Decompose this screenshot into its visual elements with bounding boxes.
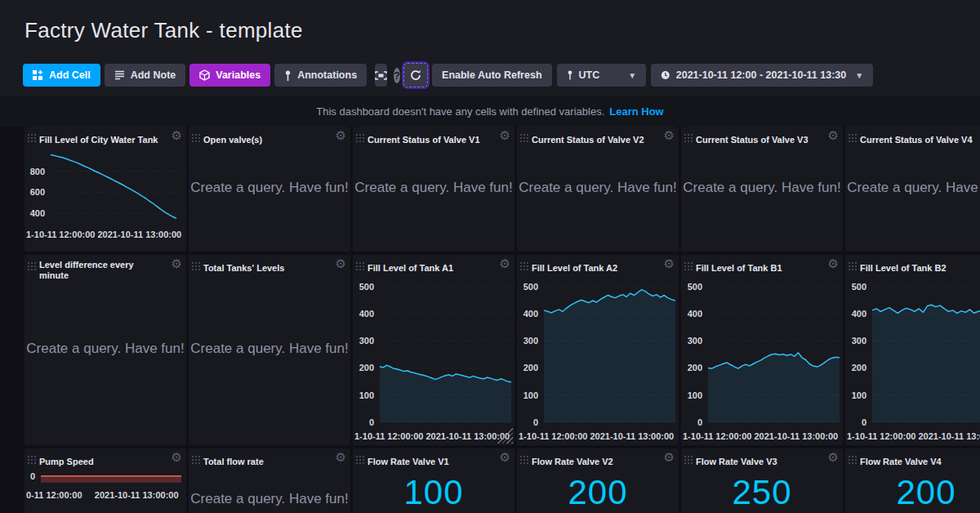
presentation-mode-button[interactable] — [375, 64, 387, 87]
gear-icon[interactable]: ⚙ — [172, 257, 182, 270]
empty-query-text: Create a query. Have fun! — [517, 180, 679, 196]
gear-icon[interactable]: ⚙ — [664, 129, 675, 141]
cell-title: Level difference every minute — [39, 260, 162, 281]
svg-text:0-11 12:00:00 2021-10-11 1: 0-11 12:00:00 2021-10-11 13:00:00 — [26, 490, 179, 500]
dashboard-grid: Fill Level of City Water Tank⚙ 800600400… — [24, 127, 980, 513]
drag-handle-icon[interactable] — [519, 261, 528, 270]
cell-title: Current Status of Valve V4 — [860, 135, 973, 145]
svg-text:100: 100 — [852, 390, 866, 400]
cell-title: Total Tanks' Levels — [203, 263, 284, 274]
add-cell-icon — [33, 70, 43, 81]
time-range-dropdown[interactable]: 2021-10-11 12:00 - 2021-10-11 13:30 ▼ — [651, 64, 873, 87]
svg-text:400: 400 — [852, 309, 866, 319]
note-icon — [114, 70, 125, 80]
gear-icon[interactable]: ⚙ — [172, 129, 182, 141]
pin-icon — [284, 70, 292, 81]
gear-icon[interactable]: ⚙ — [828, 257, 839, 270]
cell-total-tanks-levels: Total Tanks' Levels⚙ Create a query. Hav… — [189, 255, 350, 445]
cell-title: Current Status of Valve V2 — [532, 135, 644, 145]
stat-value: 200 — [517, 473, 679, 512]
svg-text:1-10-11 12:00:00 2021-10-11 13: 1-10-11 12:00:00 2021-10-11 13:00:00 — [26, 230, 181, 239]
svg-text:1-10-11 12:00:00 2021-10-11 13: 1-10-11 12:00:00 2021-10-11 13:00:00 — [519, 431, 674, 441]
cell-title: Flow Rate Valve V2 — [532, 457, 613, 467]
gear-icon[interactable]: ⚙ — [172, 451, 182, 463]
refresh-button[interactable] — [404, 64, 427, 87]
empty-query-text: Create a query. Have fun! — [189, 180, 350, 196]
drag-handle-icon[interactable] — [848, 261, 857, 270]
gear-icon[interactable]: ⚙ — [500, 451, 510, 463]
drag-handle-icon[interactable] — [355, 261, 364, 270]
cell-title: Flow Rate Valve V4 — [860, 457, 942, 467]
drag-handle-icon[interactable] — [684, 455, 693, 464]
timezone-dropdown[interactable]: UTC ▼ — [557, 64, 647, 87]
gear-icon[interactable]: ⚙ — [664, 451, 675, 463]
gear-icon[interactable]: ⚙ — [336, 257, 346, 270]
drag-handle-icon[interactable] — [191, 455, 200, 464]
svg-text:0: 0 — [30, 471, 35, 481]
svg-text:100: 100 — [359, 390, 374, 400]
help-label: ? — [394, 69, 400, 82]
add-cell-button[interactable]: Add Cell — [23, 64, 100, 87]
drag-handle-icon[interactable] — [355, 455, 364, 464]
drag-handle-icon[interactable] — [191, 133, 200, 142]
empty-query-text: Create a query. Have fun! — [353, 180, 514, 196]
gear-icon[interactable]: ⚙ — [828, 129, 839, 141]
svg-text:200: 200 — [852, 363, 866, 372]
svg-text:100: 100 — [688, 390, 702, 400]
svg-text:200: 200 — [688, 363, 702, 372]
svg-text:400: 400 — [688, 309, 702, 319]
drag-handle-icon[interactable] — [27, 455, 36, 464]
cell-fill-level-tank-b2: Fill Level of Tank B2⚙ 50040030020010001… — [845, 255, 980, 445]
svg-text:500: 500 — [852, 282, 866, 292]
annotations-button[interactable]: Annotations — [274, 64, 367, 87]
gear-icon[interactable]: ⚙ — [828, 451, 839, 463]
variables-button[interactable]: Variables — [189, 64, 270, 87]
gear-icon[interactable]: ⚙ — [336, 451, 346, 463]
svg-text:400: 400 — [523, 309, 538, 319]
svg-text:0: 0 — [369, 417, 374, 427]
gear-icon[interactable]: ⚙ — [336, 129, 346, 141]
annotations-label: Annotations — [297, 69, 357, 81]
help-button[interactable]: ? — [394, 68, 400, 83]
drag-handle-icon[interactable] — [684, 133, 693, 142]
area-chart: 50040030020010001-10-11 12:00:00 2021-10… — [353, 276, 514, 444]
drag-handle-icon[interactable] — [191, 261, 200, 270]
gear-icon[interactable]: ⚙ — [500, 129, 510, 141]
line-chart: 00-11 12:00:00 2021-10-11 13:00:00 — [24, 470, 186, 502]
variables-label: Variables — [216, 69, 261, 81]
cell-level-difference: Level difference every minute⚙ Create a … — [24, 255, 186, 445]
chevron-down-icon: ▼ — [628, 71, 636, 80]
drag-handle-icon[interactable] — [519, 455, 528, 464]
drag-handle-icon[interactable] — [355, 133, 364, 142]
drag-handle-icon[interactable] — [848, 133, 857, 142]
add-note-button[interactable]: Add Note — [105, 64, 186, 87]
cell-title: Open valve(s) — [203, 135, 262, 145]
area-chart: 50040030020010001-10-11 12:00:00 2021-10… — [845, 276, 980, 444]
drag-handle-icon[interactable] — [27, 261, 36, 270]
auto-refresh-label: Enable Auto Refresh — [442, 69, 541, 81]
svg-text:200: 200 — [359, 363, 374, 372]
drag-handle-icon[interactable] — [27, 133, 36, 142]
presentation-icon — [375, 71, 387, 80]
cell-current-status-valve-v2: Current Status of Valve V2⚙ Create a que… — [517, 127, 679, 252]
gear-icon[interactable]: ⚙ — [500, 257, 510, 270]
svg-text:1-10-11 12:00:00 2021-10-11 13: 1-10-11 12:00:00 2021-10-11 13:00:00 — [683, 431, 838, 441]
cell-title: Flow Rate Valve V1 — [368, 457, 449, 467]
svg-text:500: 500 — [688, 282, 702, 292]
learn-how-link[interactable]: Learn How — [609, 105, 663, 118]
drag-handle-icon[interactable] — [684, 261, 693, 270]
gear-icon[interactable]: ⚙ — [664, 257, 675, 270]
svg-text:800: 800 — [30, 167, 45, 176]
page-title: Factry Water Tank - template — [24, 18, 303, 43]
add-note-label: Add Note — [131, 69, 176, 81]
toolbar-right: Enable Auto Refresh UTC ▼ 2021-10-11 12:… — [404, 64, 980, 87]
auto-refresh-button[interactable]: Enable Auto Refresh — [432, 64, 551, 87]
svg-text:500: 500 — [523, 282, 538, 292]
svg-text:400: 400 — [30, 208, 45, 218]
drag-handle-icon[interactable] — [848, 455, 857, 464]
cell-flow-rate-valve-v3: Flow Rate Valve V3⚙ 250 — [681, 448, 843, 513]
area-chart: 50040030020010001-10-11 12:00:00 2021-10… — [681, 276, 843, 444]
cell-title: Total flow rate — [203, 457, 264, 467]
drag-handle-icon[interactable] — [519, 133, 528, 142]
svg-text:400: 400 — [359, 309, 374, 319]
